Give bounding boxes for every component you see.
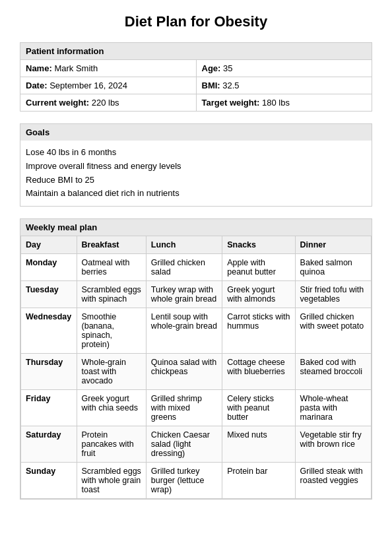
meal-plan-table: DayBreakfastLunchSnacksDinner MondayOatm…: [20, 236, 372, 499]
target-value: 180 lbs: [262, 98, 290, 108]
name-value: Mark Smith: [54, 63, 98, 73]
cell-day: Friday: [21, 390, 77, 426]
cell-day: Tuesday: [21, 281, 77, 308]
cell-lunch: Turkey wrap with whole grain bread: [146, 281, 222, 308]
column-header: Breakfast: [77, 236, 146, 254]
cell-snacks: Greek yogurt with almonds: [222, 281, 295, 308]
bmi-value: 32.5: [222, 81, 239, 90]
cell-breakfast: Greek yogurt with chia seeds: [77, 390, 146, 426]
name-label: Name:: [26, 63, 52, 73]
goal-item: Maintain a balanced diet rich in nutrien…: [26, 187, 366, 201]
table-row: Name: Mark Smith Age: 35: [20, 60, 372, 77]
cell-lunch: Chicken Caesar salad (light dressing): [146, 426, 222, 463]
cell-dinner: Stir fried tofu with vegetables: [295, 281, 371, 308]
page-title: Diet Plan for Obesity: [20, 13, 372, 30]
cell-lunch: Lentil soup with whole-grain bread: [146, 308, 222, 354]
cell-breakfast: Scrambled eggs with whole grain toast: [77, 463, 146, 499]
cell-dinner: Vegetable stir fry with brown rice: [295, 426, 371, 463]
cell-snacks: Protein bar: [222, 463, 295, 499]
date-label: Date:: [26, 81, 48, 90]
table-row: Date: September 16, 2024 BMI: 32.5: [20, 77, 372, 94]
cell-snacks: Mixed nuts: [222, 426, 295, 463]
age-value: 35: [223, 63, 232, 73]
table-row: Current weight: 220 lbs Target weight: 1…: [20, 94, 372, 112]
cell-lunch: Grilled chicken salad: [146, 254, 222, 281]
table-row: SundayScrambled eggs with whole grain to…: [21, 463, 372, 499]
cell-snacks: Carrot sticks with hummus: [222, 308, 295, 354]
cell-snacks: Cottage cheese with blueberries: [222, 354, 295, 390]
meal-plan-section: Weekly meal plan DayBreakfastLunchSnacks…: [20, 218, 372, 500]
column-header: Snacks: [222, 236, 295, 254]
cell-day: Monday: [21, 254, 77, 281]
bmi-label: BMI:: [202, 81, 220, 90]
cell-dinner: Grilled chicken with sweet potato: [295, 308, 371, 354]
column-header: Dinner: [295, 236, 371, 254]
table-row: MondayOatmeal with berriesGrilled chicke…: [21, 254, 372, 281]
weight-label: Current weight:: [26, 98, 89, 108]
column-header: Lunch: [146, 236, 222, 254]
meal-plan-header: Weekly meal plan: [20, 219, 372, 236]
cell-breakfast: Protein pancakes with fruit: [77, 426, 146, 463]
cell-breakfast: Scrambled eggs with spinach: [77, 281, 146, 308]
cell-day: Sunday: [21, 463, 77, 499]
patient-info-table: Name: Mark Smith Age: 35 Date: September…: [20, 59, 372, 111]
table-row: FridayGreek yogurt with chia seedsGrille…: [21, 390, 372, 426]
goal-item: Reduce BMI to 25: [26, 174, 366, 187]
cell-day: Thursday: [21, 354, 77, 390]
cell-lunch: Grilled shrimp with mixed greens: [146, 390, 222, 426]
table-row: WednesdaySmoothie (banana, spinach, prot…: [21, 308, 372, 354]
goals-content: Lose 40 lbs in 6 monthsImprove overall f…: [20, 141, 372, 206]
cell-dinner: Baked cod with steamed broccoli: [295, 354, 371, 390]
table-header-row: DayBreakfastLunchSnacksDinner: [21, 236, 372, 254]
cell-dinner: Grilled steak with roasted veggies: [295, 463, 371, 499]
table-row: TuesdayScrambled eggs with spinachTurkey…: [21, 281, 372, 308]
goal-item: Improve overall fitness and energy level…: [26, 160, 366, 174]
patient-info-section: Patient information Name: Mark Smith Age…: [20, 42, 372, 112]
table-row: ThursdayWhole-grain toast with avocadoQu…: [21, 354, 372, 390]
age-label: Age:: [202, 63, 221, 73]
cell-lunch: Grilled turkey burger (lettuce wrap): [146, 463, 222, 499]
cell-dinner: Baked salmon quinoa: [295, 254, 371, 281]
target-label: Target weight:: [202, 98, 260, 108]
cell-snacks: Celery sticks with peanut butter: [222, 390, 295, 426]
cell-breakfast: Whole-grain toast with avocado: [77, 354, 146, 390]
goal-item: Lose 40 lbs in 6 months: [26, 146, 366, 160]
patient-info-header: Patient information: [20, 43, 372, 59]
cell-lunch: Quinoa salad with chickpeas: [146, 354, 222, 390]
cell-breakfast: Smoothie (banana, spinach, protein): [77, 308, 146, 354]
cell-breakfast: Oatmeal with berries: [77, 254, 146, 281]
column-header: Day: [21, 236, 77, 254]
table-row: SaturdayProtein pancakes with fruitChick…: [21, 426, 372, 463]
goals-section: Goals Lose 40 lbs in 6 monthsImprove ove…: [20, 123, 372, 207]
cell-day: Wednesday: [21, 308, 77, 354]
cell-dinner: Whole-wheat pasta with marinara: [295, 390, 371, 426]
weight-value: 220 lbs: [92, 98, 119, 108]
cell-snacks: Apple with peanut butter: [222, 254, 295, 281]
cell-day: Saturday: [21, 426, 77, 463]
date-value: September 16, 2024: [49, 81, 127, 90]
goals-header: Goals: [20, 124, 372, 141]
